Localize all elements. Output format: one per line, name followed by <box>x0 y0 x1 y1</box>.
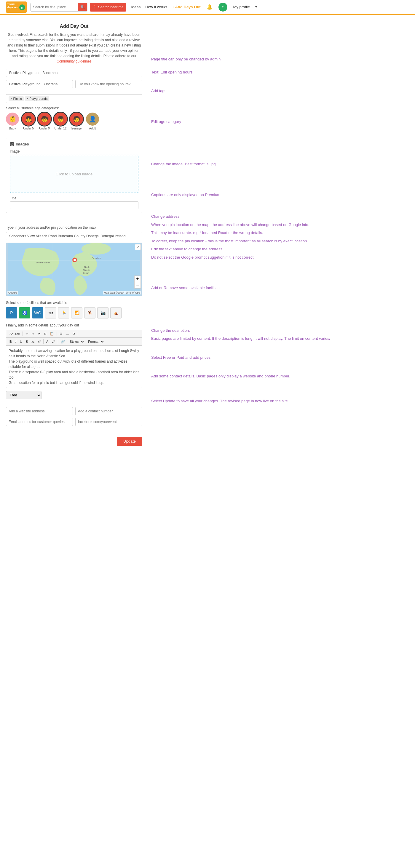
price-select[interactable]: Free Paid <box>6 391 41 399</box>
map-container: United States North Atlantic Ocean Green… <box>6 243 142 296</box>
images-section-title: 🖼 Images <box>10 142 139 146</box>
age-cat-under5-icon: 👧 <box>22 113 35 126</box>
age-cat-under9[interactable]: 🧒 Under 9 <box>38 113 51 130</box>
nav-links: Ideas How it works + Add Days Out 🔔 Y My… <box>131 3 257 11</box>
age-cat-under5[interactable]: 👧 Under 5 <box>22 113 35 130</box>
facility-playground[interactable]: 🏃 <box>58 307 69 318</box>
map-credit: Google <box>7 291 18 294</box>
svg-text:Atlantic: Atlantic <box>83 269 90 271</box>
description-label: Finally, add in some details about your … <box>6 323 142 327</box>
toolbar-italic[interactable]: I <box>14 339 18 344</box>
toolbar-format-select[interactable]: Format <box>85 339 105 344</box>
search-near-button[interactable]: Search near me <box>90 3 126 11</box>
image-icon: 🖼 <box>10 142 14 146</box>
age-cat-baby-icon: 👶 <box>6 113 19 126</box>
toolbar-paste[interactable]: 📋 <box>48 331 55 336</box>
facility-wifi[interactable]: 📶 <box>71 307 82 318</box>
map-zoom-in-button[interactable]: + <box>134 276 141 282</box>
toolbar-underline[interactable]: U <box>19 339 24 344</box>
right-panel: Page title can only be changed by admin … <box>142 21 409 446</box>
title-input[interactable] <box>6 69 142 77</box>
toolbar-hr[interactable]: — <box>64 332 70 336</box>
toolbar-special[interactable]: Ω <box>71 332 77 336</box>
age-cat-teenager-icon: 🧑 <box>70 113 83 126</box>
age-cat-teenager[interactable]: 🧑 Teenager <box>70 113 83 130</box>
search-button[interactable]: 🔍 <box>78 3 87 11</box>
toolbar-table[interactable]: ⊞ <box>58 331 64 336</box>
annotation-update: Select Update to save all your changes. … <box>151 386 409 404</box>
search-input[interactable] <box>31 3 78 11</box>
age-cat-adult[interactable]: 👤 Adult <box>86 113 99 130</box>
annotation-facilities: Add or Remove some available facilities <box>151 267 409 291</box>
toolbar-copy[interactable]: ⎘ <box>43 332 48 336</box>
facility-disabled[interactable]: ♿ <box>19 307 30 318</box>
image-group: Image Click to upload image Title <box>10 149 139 209</box>
annotation-title: Page title can only be changed by admin <box>151 56 409 62</box>
facility-extra[interactable]: ⛺ <box>110 307 122 318</box>
svg-text:YOUR: YOUR <box>7 3 15 6</box>
image-title-label: Title <box>10 196 139 200</box>
facility-wc[interactable]: WC <box>32 307 43 318</box>
image-upload-text: Click to upload image <box>56 172 92 176</box>
tag-label: × Picnic <box>10 97 22 100</box>
bell-icon[interactable]: 🔔 <box>207 4 212 10</box>
phone-input[interactable] <box>75 407 142 415</box>
page-title: Add Day Out <box>6 24 142 29</box>
toolbar-source[interactable]: Source <box>8 332 21 336</box>
facilities-label: Select some facilities that are availabl… <box>6 301 142 305</box>
age-cat-teenager-label: Teenager <box>70 127 83 130</box>
facility-picnic[interactable]: 🍽 <box>45 307 56 318</box>
toolbar-subscript[interactable]: x₂ <box>30 339 36 344</box>
image-upload-area[interactable]: Click to upload image <box>10 155 139 193</box>
opening-hours-input[interactable] <box>75 80 142 88</box>
svg-text:Ocean: Ocean <box>83 272 89 274</box>
nav-ideas[interactable]: Ideas <box>131 5 141 9</box>
search-near-label: Search near me <box>98 5 123 9</box>
update-button[interactable]: Update <box>117 437 142 446</box>
age-cat-under12[interactable]: 👦 Under 12 <box>54 113 67 130</box>
age-cat-baby[interactable]: 👶 Baby <box>6 113 19 130</box>
annotation-facilities-text: Add or Remove some available facilities <box>151 286 220 290</box>
toolbar-styles-select[interactable]: Styles <box>67 339 85 344</box>
website-input[interactable] <box>6 407 73 415</box>
toolbar-superscript[interactable]: x² <box>36 339 42 344</box>
annotation-opening-text: Text: Edit opening hours <box>151 70 192 74</box>
toolbar-cut[interactable]: ✂ <box>36 331 42 336</box>
facebook-input[interactable] <box>75 418 142 426</box>
text-editor: Source ↩ ↪ ✂ ⎘ 📋 ⊞ — Ω B I U S x₂ x² <box>6 330 142 388</box>
annotation-age-text: Edit age category <box>151 119 181 124</box>
svg-text:out: out <box>14 6 19 9</box>
toolbar-redo[interactable]: ↪ <box>30 331 36 336</box>
tags-container[interactable]: × Picnic × Playgrounds <box>6 94 142 103</box>
toolbar-highlight[interactable]: 🖊 <box>50 339 57 344</box>
facility-parking[interactable]: P <box>6 307 17 318</box>
toolbar-link[interactable]: 🔗 <box>59 339 66 344</box>
toolbar-strike[interactable]: S <box>24 339 29 344</box>
listing-title-input[interactable] <box>6 80 73 88</box>
annotation-caption-text: Captions are only displayed on Premium <box>151 192 220 197</box>
svg-text:United States: United States <box>36 261 50 264</box>
toolbar-bold[interactable]: B <box>8 339 13 344</box>
facility-camera[interactable]: 📷 <box>97 307 109 318</box>
map-terms: Map data ©2020 Terms of Use <box>103 291 141 294</box>
image-title-input[interactable] <box>10 202 139 209</box>
intro-body: Get involved. First search for the listi… <box>7 33 141 58</box>
logo[interactable]: YOUR days out B <box>6 1 27 13</box>
community-link[interactable]: Community guidelines <box>57 59 92 63</box>
annotation-image-text: Change the image. Best format is .jpg <box>151 162 216 166</box>
map-expand-button[interactable]: ⤢ <box>135 244 141 250</box>
map-zoom-out-button[interactable]: − <box>134 282 141 288</box>
editor-content[interactable]: Probably the most amazing location for a… <box>6 346 142 388</box>
toolbar-undo[interactable]: ↩ <box>24 331 30 336</box>
facility-dogs[interactable]: 🐕 <box>84 307 95 318</box>
toolbar-font-color[interactable]: A <box>45 339 50 344</box>
image-label: Image <box>10 149 139 153</box>
address-input[interactable] <box>6 232 142 240</box>
nav-profile[interactable]: My profile <box>233 5 250 9</box>
editor-toolbar-2: B I U S x₂ x² A 🖊 🔗 Styles Format <box>6 338 142 346</box>
nav-how-it-works[interactable]: How it works <box>145 5 167 9</box>
intro-text: Get involved. First search for the listi… <box>6 32 142 64</box>
svg-text:B: B <box>21 6 23 9</box>
email-input[interactable] <box>6 418 73 426</box>
nav-add-days-out[interactable]: + Add Days Out <box>172 5 201 9</box>
